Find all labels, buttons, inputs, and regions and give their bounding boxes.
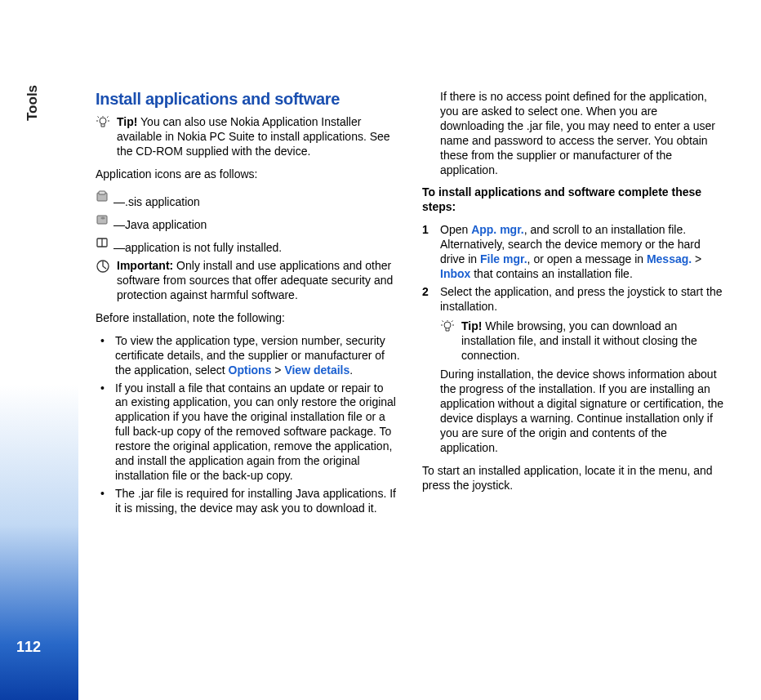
install-steps-heading: To install applications and software com… <box>422 185 724 215</box>
step1-c: , or open a message in <box>527 252 647 265</box>
numbered-list: Open App. mgr., and scroll to an install… <box>422 223 724 456</box>
column-left: Install applications and software Tip! Y… <box>96 90 398 524</box>
start-app-text: To start an installed application, locat… <box>422 464 724 493</box>
tip-block: Tip! You can also use Nokia Application … <box>96 115 398 159</box>
file-mgr-link: File mgr. <box>480 252 527 265</box>
tip-icon <box>440 320 455 337</box>
tip-text: While browsing, you can download an inst… <box>461 319 697 362</box>
list-item: Select the application, and press the jo… <box>422 285 724 456</box>
bullet-list: To view the application type, version nu… <box>96 334 398 516</box>
tip-block: Tip! While browsing, you can download an… <box>440 319 724 363</box>
page-number: 112 <box>16 639 41 656</box>
app-mgr-link: App. mgr. <box>471 223 524 236</box>
inbox-link: Inbox <box>440 267 470 280</box>
step2-text: Select the application, and press the jo… <box>440 285 723 313</box>
column-right: If there is no access point defined for … <box>422 90 724 524</box>
tip-icon <box>96 116 110 133</box>
list-item: To view the application type, version nu… <box>96 334 398 378</box>
messag-link: Messag. <box>647 252 692 265</box>
svg-rect-2 <box>99 191 105 194</box>
important-block: Important: Only install and use applicat… <box>96 259 398 303</box>
list-item: The .jar file is required for installing… <box>96 487 398 516</box>
tip-label: Tip! <box>117 115 137 128</box>
icon-sis-text: —.sis application <box>113 194 200 207</box>
jar-continuation: If there is no access point defined for … <box>422 90 724 177</box>
content-area: Install applications and software Tip! Y… <box>96 90 724 524</box>
before-install: Before installation, note the following: <box>96 311 398 326</box>
options-link: Options <box>229 363 272 377</box>
icon-line-partial: —application is not fully installed. <box>96 236 398 256</box>
svg-rect-3 <box>97 216 107 224</box>
tip-text: You can also use Nokia Application Insta… <box>117 115 390 158</box>
step1-d: that contains an installation file. <box>470 267 632 280</box>
java-icon <box>96 213 110 231</box>
icon-java-text: —Java application <box>113 217 207 230</box>
svg-point-0 <box>100 118 106 124</box>
sis-icon <box>96 190 110 208</box>
svg-point-7 <box>444 322 451 328</box>
page: Tools 112 Install applications and softw… <box>0 0 761 700</box>
icons-intro: Application icons are as follows: <box>96 167 398 182</box>
during-install-text: During installation, the device shows in… <box>440 368 724 455</box>
bullet1-sep: > <box>271 363 284 377</box>
partial-icon <box>96 236 110 254</box>
important-label: Important: <box>117 259 173 272</box>
icon-line-sis: —.sis application <box>96 190 398 210</box>
list-item: If you install a file that contains an u… <box>96 381 398 484</box>
bullet1-end: . <box>349 363 353 377</box>
list-item: Open App. mgr., and scroll to an install… <box>422 223 724 282</box>
important-icon <box>96 260 110 277</box>
icon-partial-text: —application is not fully installed. <box>113 241 282 254</box>
icon-line-java: —Java application <box>96 213 398 233</box>
tab-label: Tools <box>24 85 41 121</box>
step1-sep: > <box>692 252 701 265</box>
section-heading: Install applications and software <box>96 90 398 109</box>
tip-label: Tip! <box>461 319 482 332</box>
step1-a: Open <box>440 223 471 236</box>
view-details-link: View details <box>284 363 349 377</box>
